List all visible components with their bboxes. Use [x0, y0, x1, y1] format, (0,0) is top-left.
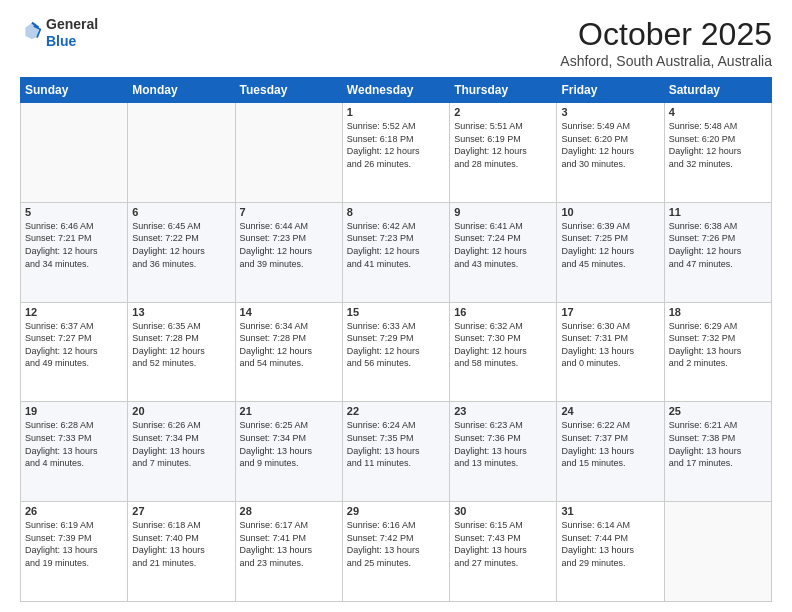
month-title: October 2025 — [560, 16, 772, 53]
title-block: October 2025 Ashford, South Australia, A… — [560, 16, 772, 69]
day-info: Sunrise: 6:16 AM Sunset: 7:42 PM Dayligh… — [347, 519, 445, 569]
day-info: Sunrise: 6:23 AM Sunset: 7:36 PM Dayligh… — [454, 419, 552, 469]
col-friday: Friday — [557, 78, 664, 103]
table-row: 18Sunrise: 6:29 AM Sunset: 7:32 PM Dayli… — [664, 302, 771, 402]
day-number: 15 — [347, 306, 445, 318]
day-info: Sunrise: 6:44 AM Sunset: 7:23 PM Dayligh… — [240, 220, 338, 270]
table-row: 30Sunrise: 6:15 AM Sunset: 7:43 PM Dayli… — [450, 502, 557, 602]
calendar-week-row: 19Sunrise: 6:28 AM Sunset: 7:33 PM Dayli… — [21, 402, 772, 502]
day-number: 27 — [132, 505, 230, 517]
calendar-week-row: 5Sunrise: 6:46 AM Sunset: 7:21 PM Daylig… — [21, 202, 772, 302]
day-number: 12 — [25, 306, 123, 318]
table-row: 4Sunrise: 5:48 AM Sunset: 6:20 PM Daylig… — [664, 103, 771, 203]
day-info: Sunrise: 6:28 AM Sunset: 7:33 PM Dayligh… — [25, 419, 123, 469]
day-info: Sunrise: 6:26 AM Sunset: 7:34 PM Dayligh… — [132, 419, 230, 469]
table-row: 17Sunrise: 6:30 AM Sunset: 7:31 PM Dayli… — [557, 302, 664, 402]
day-info: Sunrise: 6:18 AM Sunset: 7:40 PM Dayligh… — [132, 519, 230, 569]
day-info: Sunrise: 6:14 AM Sunset: 7:44 PM Dayligh… — [561, 519, 659, 569]
calendar-table: Sunday Monday Tuesday Wednesday Thursday… — [20, 77, 772, 602]
col-saturday: Saturday — [664, 78, 771, 103]
day-info: Sunrise: 6:32 AM Sunset: 7:30 PM Dayligh… — [454, 320, 552, 370]
table-row: 3Sunrise: 5:49 AM Sunset: 6:20 PM Daylig… — [557, 103, 664, 203]
table-row: 1Sunrise: 5:52 AM Sunset: 6:18 PM Daylig… — [342, 103, 449, 203]
col-thursday: Thursday — [450, 78, 557, 103]
table-row: 26Sunrise: 6:19 AM Sunset: 7:39 PM Dayli… — [21, 502, 128, 602]
table-row — [664, 502, 771, 602]
day-number: 28 — [240, 505, 338, 517]
day-info: Sunrise: 5:52 AM Sunset: 6:18 PM Dayligh… — [347, 120, 445, 170]
day-number: 23 — [454, 405, 552, 417]
header: General Blue October 2025 Ashford, South… — [20, 16, 772, 69]
table-row — [235, 103, 342, 203]
day-number: 10 — [561, 206, 659, 218]
day-number: 19 — [25, 405, 123, 417]
table-row: 13Sunrise: 6:35 AM Sunset: 7:28 PM Dayli… — [128, 302, 235, 402]
table-row: 14Sunrise: 6:34 AM Sunset: 7:28 PM Dayli… — [235, 302, 342, 402]
calendar-week-row: 12Sunrise: 6:37 AM Sunset: 7:27 PM Dayli… — [21, 302, 772, 402]
table-row: 12Sunrise: 6:37 AM Sunset: 7:27 PM Dayli… — [21, 302, 128, 402]
table-row: 20Sunrise: 6:26 AM Sunset: 7:34 PM Dayli… — [128, 402, 235, 502]
day-number: 13 — [132, 306, 230, 318]
day-number: 7 — [240, 206, 338, 218]
day-info: Sunrise: 6:41 AM Sunset: 7:24 PM Dayligh… — [454, 220, 552, 270]
day-info: Sunrise: 6:42 AM Sunset: 7:23 PM Dayligh… — [347, 220, 445, 270]
col-monday: Monday — [128, 78, 235, 103]
day-info: Sunrise: 6:29 AM Sunset: 7:32 PM Dayligh… — [669, 320, 767, 370]
col-tuesday: Tuesday — [235, 78, 342, 103]
table-row: 24Sunrise: 6:22 AM Sunset: 7:37 PM Dayli… — [557, 402, 664, 502]
table-row: 23Sunrise: 6:23 AM Sunset: 7:36 PM Dayli… — [450, 402, 557, 502]
day-info: Sunrise: 6:25 AM Sunset: 7:34 PM Dayligh… — [240, 419, 338, 469]
day-number: 5 — [25, 206, 123, 218]
day-number: 24 — [561, 405, 659, 417]
location: Ashford, South Australia, Australia — [560, 53, 772, 69]
day-info: Sunrise: 6:37 AM Sunset: 7:27 PM Dayligh… — [25, 320, 123, 370]
table-row: 16Sunrise: 6:32 AM Sunset: 7:30 PM Dayli… — [450, 302, 557, 402]
table-row: 27Sunrise: 6:18 AM Sunset: 7:40 PM Dayli… — [128, 502, 235, 602]
day-number: 4 — [669, 106, 767, 118]
table-row: 19Sunrise: 6:28 AM Sunset: 7:33 PM Dayli… — [21, 402, 128, 502]
col-sunday: Sunday — [21, 78, 128, 103]
day-info: Sunrise: 6:45 AM Sunset: 7:22 PM Dayligh… — [132, 220, 230, 270]
table-row — [128, 103, 235, 203]
day-info: Sunrise: 6:33 AM Sunset: 7:29 PM Dayligh… — [347, 320, 445, 370]
day-info: Sunrise: 6:35 AM Sunset: 7:28 PM Dayligh… — [132, 320, 230, 370]
page: General Blue October 2025 Ashford, South… — [0, 0, 792, 612]
day-number: 20 — [132, 405, 230, 417]
calendar-header-row: Sunday Monday Tuesday Wednesday Thursday… — [21, 78, 772, 103]
day-number: 1 — [347, 106, 445, 118]
day-info: Sunrise: 5:51 AM Sunset: 6:19 PM Dayligh… — [454, 120, 552, 170]
logo-general: General — [46, 16, 98, 33]
logo-blue: Blue — [46, 33, 98, 50]
day-number: 29 — [347, 505, 445, 517]
day-info: Sunrise: 5:48 AM Sunset: 6:20 PM Dayligh… — [669, 120, 767, 170]
table-row: 25Sunrise: 6:21 AM Sunset: 7:38 PM Dayli… — [664, 402, 771, 502]
table-row: 31Sunrise: 6:14 AM Sunset: 7:44 PM Dayli… — [557, 502, 664, 602]
day-number: 30 — [454, 505, 552, 517]
day-info: Sunrise: 6:46 AM Sunset: 7:21 PM Dayligh… — [25, 220, 123, 270]
table-row: 9Sunrise: 6:41 AM Sunset: 7:24 PM Daylig… — [450, 202, 557, 302]
day-number: 31 — [561, 505, 659, 517]
calendar-week-row: 1Sunrise: 5:52 AM Sunset: 6:18 PM Daylig… — [21, 103, 772, 203]
day-info: Sunrise: 5:49 AM Sunset: 6:20 PM Dayligh… — [561, 120, 659, 170]
day-number: 6 — [132, 206, 230, 218]
day-info: Sunrise: 6:19 AM Sunset: 7:39 PM Dayligh… — [25, 519, 123, 569]
day-info: Sunrise: 6:17 AM Sunset: 7:41 PM Dayligh… — [240, 519, 338, 569]
table-row: 28Sunrise: 6:17 AM Sunset: 7:41 PM Dayli… — [235, 502, 342, 602]
day-number: 3 — [561, 106, 659, 118]
logo: General Blue — [20, 16, 98, 50]
day-info: Sunrise: 6:38 AM Sunset: 7:26 PM Dayligh… — [669, 220, 767, 270]
day-number: 26 — [25, 505, 123, 517]
table-row: 6Sunrise: 6:45 AM Sunset: 7:22 PM Daylig… — [128, 202, 235, 302]
table-row: 22Sunrise: 6:24 AM Sunset: 7:35 PM Dayli… — [342, 402, 449, 502]
day-number: 9 — [454, 206, 552, 218]
table-row — [21, 103, 128, 203]
day-number: 14 — [240, 306, 338, 318]
table-row: 29Sunrise: 6:16 AM Sunset: 7:42 PM Dayli… — [342, 502, 449, 602]
day-info: Sunrise: 6:15 AM Sunset: 7:43 PM Dayligh… — [454, 519, 552, 569]
logo-icon — [22, 21, 42, 41]
table-row: 10Sunrise: 6:39 AM Sunset: 7:25 PM Dayli… — [557, 202, 664, 302]
day-info: Sunrise: 6:34 AM Sunset: 7:28 PM Dayligh… — [240, 320, 338, 370]
table-row: 11Sunrise: 6:38 AM Sunset: 7:26 PM Dayli… — [664, 202, 771, 302]
day-number: 8 — [347, 206, 445, 218]
day-number: 2 — [454, 106, 552, 118]
